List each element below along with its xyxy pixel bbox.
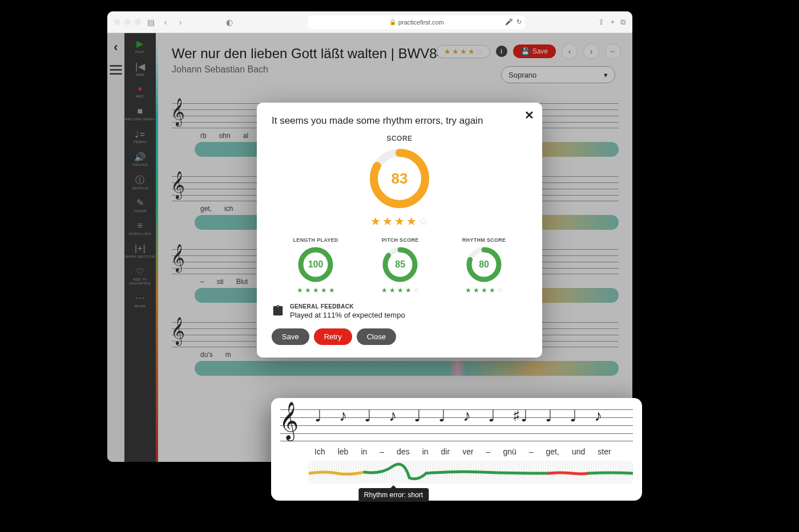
sidebar-item-label: MARK SECTION: [126, 255, 155, 259]
play-icon: ▶: [136, 39, 144, 49]
modal-retry-button[interactable]: Retry: [314, 328, 352, 345]
lyric-syllable: und: [572, 447, 585, 456]
sub-score-label: LENGTH PLAYED: [293, 237, 338, 243]
sidebar-item-record-video[interactable]: ■RECORD VIDEO: [125, 106, 155, 121]
sub-scores: LENGTH PLAYED100★★★★★PITCH SCORE85★★★★☆R…: [272, 237, 527, 294]
details-icon: ⓘ: [135, 175, 145, 185]
tabs-icon[interactable]: ⧉: [620, 18, 626, 27]
sidebar-item-tuner[interactable]: ✎TUNER: [134, 198, 147, 213]
sidebar-item-tempo[interactable]: ♩=TEMPO: [134, 129, 147, 144]
save-button[interactable]: 💾 Save: [513, 44, 556, 58]
reload-icon[interactable]: ↻: [516, 18, 522, 26]
star-icon: ☆: [418, 214, 429, 228]
lyric-syllable: gnü: [503, 447, 516, 456]
feedback-row: GENERAL FEEDBACK Played at 111% of expec…: [272, 303, 527, 319]
lyric-syllable: in: [361, 447, 367, 456]
save-label: Save: [532, 47, 548, 55]
sidebar-item-play[interactable]: ▶PLAY: [135, 39, 145, 54]
info-icon[interactable]: i: [496, 46, 507, 57]
star-icon: ☆: [476, 47, 483, 56]
forward-icon[interactable]: ›: [175, 17, 185, 27]
sidebar-toggle-icon[interactable]: ▤: [146, 17, 156, 27]
voice-select[interactable]: Soprano ▾: [501, 66, 615, 83]
sub-score-value: 80: [466, 246, 502, 283]
modal-title: It seems you made some rhythm errors, tr…: [272, 115, 527, 127]
lyric-syllable: leb: [338, 447, 349, 456]
return-button[interactable]: ←: [605, 43, 621, 59]
sidebar-item-scrolling[interactable]: ≡SCROLLING: [129, 221, 151, 235]
lyric-syllable: get,: [546, 447, 559, 456]
window-maximize[interactable]: [135, 19, 141, 25]
sidebar-item-more[interactable]: ⋯MORE: [135, 293, 146, 308]
modal-buttons: Save Retry Close: [272, 328, 527, 345]
star-icon: ☆: [413, 286, 419, 294]
zoom-notes: ♩♪♩♪♩♩♪♩♯♩♩♩♪: [314, 407, 602, 425]
star-icon: ★: [468, 47, 475, 56]
back-icon[interactable]: ‹: [160, 17, 171, 27]
mark-section-icon: |+|: [135, 243, 146, 254]
prev-button[interactable]: ‹: [562, 43, 578, 59]
star-icon: ★: [406, 214, 417, 228]
star-icon: ★: [397, 286, 403, 294]
browser-chrome: ▤ ‹ › ◐ 🔒 practicefirst.com 🎤 ↻ ⇪ + ⧉: [107, 11, 632, 33]
sidebar-item-details[interactable]: ⓘDETAILS: [132, 175, 148, 190]
accuracy-waveform: [195, 361, 619, 376]
add-to-favorites-icon: ♡: [136, 267, 144, 277]
pitch-contour: [309, 461, 633, 484]
modal-save-button[interactable]: Save: [272, 328, 309, 345]
lyric-syllable: rb: [200, 132, 207, 140]
lyric-syllable: ster: [598, 447, 611, 456]
star-icon: ★: [321, 286, 327, 294]
treble-clef-icon: 𝄞: [171, 317, 185, 344]
error-tooltip: Rhythm error: short: [358, 488, 429, 502]
sidebar-item-tracks[interactable]: 🔊TRACKS: [132, 152, 148, 167]
lyric-syllable: al: [243, 132, 248, 140]
mic-icon[interactable]: 🎤: [505, 18, 513, 26]
score-modal: ✕ It seems you made some rhythm errors, …: [257, 103, 542, 358]
sidebar-item-rec[interactable]: ●REC: [136, 84, 144, 98]
share-icon[interactable]: ⇪: [598, 18, 604, 27]
shield-icon[interactable]: ◐: [224, 17, 235, 27]
sub-score-ring: 100: [297, 246, 334, 283]
menu-icon[interactable]: [110, 65, 122, 75]
star-icon: ★: [329, 286, 335, 294]
star-icon: ★: [473, 286, 479, 294]
lyric-syllable: –: [529, 447, 534, 456]
sidebar-item-rew[interactable]: |◀REW: [135, 62, 145, 76]
lyric-syllable: m: [225, 351, 231, 359]
sub-score-stars: ★★★★★: [297, 286, 335, 294]
treble-clef-icon: 𝄞: [279, 401, 298, 440]
sidebar-item-label: SCROLLING: [129, 232, 151, 236]
back-chevron-icon[interactable]: ‹: [114, 40, 118, 55]
window-minimize[interactable]: [124, 19, 131, 25]
scrolling-icon: ≡: [138, 221, 143, 231]
sidebar-item-add-to-favorites[interactable]: ♡ADD TO FAVORITES: [124, 267, 156, 286]
top-controls: ★★★★☆ i 💾 Save ‹ › ←: [437, 43, 621, 59]
sub-score-label: RHYTHM SCORE: [462, 237, 506, 243]
star-icon: ★: [394, 214, 405, 228]
window-close[interactable]: [114, 19, 120, 25]
next-button[interactable]: ›: [583, 43, 599, 59]
treble-clef-icon: 𝄞: [171, 98, 185, 125]
dropdown-icon: ▾: [604, 71, 608, 79]
sub-score-ring: 85: [382, 246, 418, 283]
star-icon: ★: [405, 286, 411, 294]
sub-score-length-played: LENGTH PLAYED100★★★★★: [293, 237, 338, 294]
new-tab-icon[interactable]: +: [610, 18, 615, 27]
lyric-syllable: Ich: [314, 447, 325, 456]
lock-icon: 🔒: [389, 19, 396, 25]
main-score-ring: 83: [272, 147, 527, 214]
sidebar-item-label: ADD TO FAVORITES: [124, 278, 156, 285]
url-bar[interactable]: 🔒 practicefirst.com 🎤 ↻: [308, 15, 525, 29]
sub-score-ring: 80: [466, 246, 502, 283]
modal-close-button[interactable]: Close: [357, 328, 396, 345]
sub-score-label: PITCH SCORE: [382, 237, 419, 243]
sidebar-item-mark-section[interactable]: |+|MARK SECTION: [126, 243, 155, 258]
more-icon: ⋯: [135, 293, 145, 303]
lyric-syllable: get,: [200, 205, 212, 213]
sub-score-value: 100: [297, 246, 334, 283]
star-icon: ★: [465, 286, 471, 294]
zoom-staff: 𝄞 ♩♪♩♪♩♩♪♩♯♩♩♩♪: [280, 409, 633, 441]
close-icon[interactable]: ✕: [524, 108, 534, 122]
rating-pill[interactable]: ★★★★☆: [437, 45, 490, 58]
